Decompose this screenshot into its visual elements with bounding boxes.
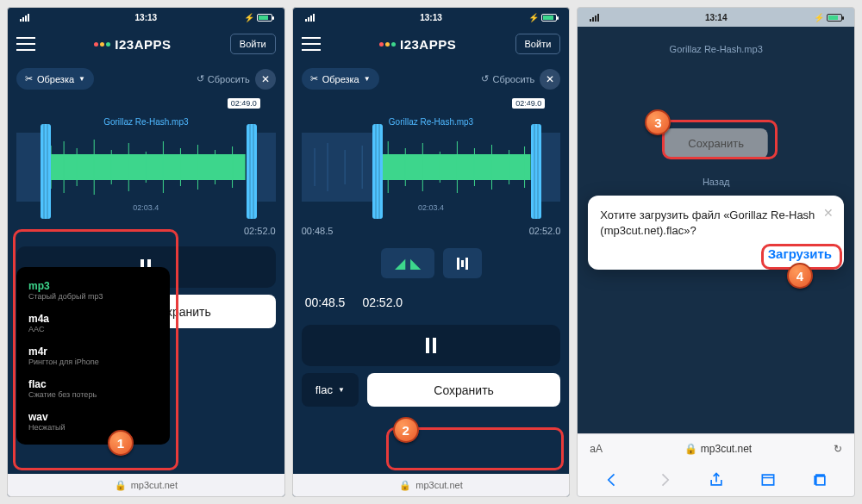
svg-rect-14 bbox=[379, 154, 530, 180]
end-time-marker: 02:49.0 bbox=[228, 98, 260, 109]
format-option-m4a[interactable]: m4aAAC bbox=[16, 307, 170, 339]
waveform-area[interactable]: 02:49.0 Gorillaz Re-Hash.mp3 02:03.4 02:… bbox=[16, 98, 276, 236]
annotation-callout-4: 4 bbox=[787, 263, 813, 289]
app-logo: I23APPS bbox=[94, 37, 171, 52]
app-header: I23APPS Войти bbox=[293, 27, 570, 61]
lock-icon: 🔒 bbox=[684, 443, 697, 455]
ios-status-bar: 13:13 ⚡ bbox=[8, 8, 284, 27]
screenshot-panel-1: 13:13 ⚡ I23APPS Войти ✂ Обрезка ▼ ↺ Сбро… bbox=[7, 7, 285, 497]
equalizer-icon bbox=[457, 258, 468, 270]
annotation-callout-2: 2 bbox=[393, 417, 419, 443]
safari-toolbar: aA 🔒mp3cut.net ↻ bbox=[578, 433, 854, 496]
screenshot-panel-2: 13:13 ⚡ I23APPS Войти ✂ Обрезка ▼ ↺ Сбро… bbox=[292, 7, 571, 497]
dialog-download-button[interactable]: Загрузить bbox=[600, 246, 832, 261]
time-end-value[interactable]: 02:52.0 bbox=[362, 296, 403, 309]
trim-tool-button[interactable]: ✂ Обрезка ▼ bbox=[16, 68, 94, 90]
signal-icon bbox=[590, 14, 599, 22]
charge-icon: ⚡ bbox=[814, 13, 824, 22]
close-icon[interactable]: ✕ bbox=[255, 69, 276, 90]
menu-icon[interactable] bbox=[302, 37, 321, 51]
text-size-button[interactable]: aA bbox=[590, 443, 603, 455]
total-time-label: 02:52.0 bbox=[529, 226, 561, 236]
menu-icon[interactable] bbox=[16, 37, 35, 51]
charge-icon: ⚡ bbox=[244, 13, 254, 22]
lock-icon: 🔒 bbox=[115, 480, 127, 491]
back-icon[interactable] bbox=[603, 471, 621, 488]
save-disabled-button[interactable]: Сохранить bbox=[664, 128, 768, 159]
waveform-area[interactable]: 02:49.0 Gorillaz Re-Hash.mp3 02:03.4 00:… bbox=[302, 98, 561, 236]
annotation-callout-1: 1 bbox=[108, 430, 134, 456]
total-time-label: 02:52.0 bbox=[244, 226, 276, 236]
address-bar[interactable]: 🔒mp3cut.net bbox=[684, 443, 752, 455]
mid-time-label: 02:03.4 bbox=[302, 203, 561, 212]
app-header: I23APPS Войти bbox=[8, 27, 284, 61]
effect-controls: ◢◣ bbox=[302, 248, 561, 278]
status-time: 13:13 bbox=[135, 13, 158, 22]
editor-toolbar: ✂ Обрезка ▼ ↺ Сбросить ✕ bbox=[8, 61, 284, 93]
forward-icon[interactable] bbox=[656, 471, 673, 488]
signal-icon bbox=[305, 14, 315, 22]
reset-button[interactable]: ↺ Сбросить bbox=[197, 73, 250, 84]
time-range-row: 00:48.5 02:52.0 bbox=[302, 290, 561, 314]
end-time-marker: 02:49.0 bbox=[512, 98, 545, 109]
signal-icon bbox=[20, 14, 29, 22]
reset-button[interactable]: ↺ Сбросить bbox=[481, 73, 534, 84]
dialog-close-icon[interactable]: ✕ bbox=[823, 206, 834, 220]
ios-status-bar: 13:13 ⚡ bbox=[293, 8, 570, 27]
time-start-value[interactable]: 00:48.5 bbox=[305, 296, 346, 309]
lock-icon: 🔒 bbox=[399, 480, 411, 491]
back-label[interactable]: Назад bbox=[703, 177, 730, 187]
fade-button[interactable]: ◢◣ bbox=[381, 248, 434, 278]
audio-filename: Gorillaz Re-Hash.mp3 bbox=[389, 117, 473, 127]
format-select-button[interactable]: flac ▼ bbox=[302, 373, 359, 407]
editor-toolbar: ✂ Обрезка ▼ ↺ Сбросить ✕ bbox=[293, 61, 570, 93]
audio-filename: Gorillaz Re-Hash.mp3 bbox=[103, 117, 188, 127]
ios-status-bar: 13:14 ⚡ bbox=[578, 8, 854, 27]
waveform-graphic bbox=[302, 133, 561, 202]
dialog-message: Хотите загрузить файл «Gorillaz Re-Hash … bbox=[600, 208, 832, 238]
format-option-m4r[interactable]: m4rРингтон для iPhone bbox=[16, 339, 170, 372]
save-button[interactable]: Сохранить bbox=[367, 373, 561, 407]
battery-icon bbox=[257, 14, 272, 22]
download-dialog: ✕ Хотите загрузить файл «Gorillaz Re-Has… bbox=[588, 196, 844, 270]
format-option-mp3[interactable]: mp3Старый добрый mp3 bbox=[16, 274, 170, 307]
mid-time-label: 02:03.4 bbox=[16, 203, 276, 212]
format-option-wav[interactable]: wavНесжатый bbox=[16, 405, 170, 438]
fade-in-icon: ◢ bbox=[395, 255, 405, 271]
play-pause-bar[interactable] bbox=[302, 325, 561, 366]
equalizer-button[interactable] bbox=[443, 248, 482, 278]
reload-icon[interactable]: ↻ bbox=[834, 443, 842, 455]
pause-icon bbox=[426, 338, 436, 353]
safari-mini-bar: 🔒mp3cut.net bbox=[293, 474, 570, 496]
waveform-graphic bbox=[16, 133, 276, 202]
status-time: 13:13 bbox=[420, 13, 442, 22]
status-time: 13:14 bbox=[705, 13, 728, 22]
sheet-filename: Gorillaz Re-Hash.mp3 bbox=[670, 44, 763, 54]
format-option-flac[interactable]: flacСжатие без потерь bbox=[16, 372, 170, 405]
share-icon[interactable] bbox=[708, 471, 725, 488]
screenshot-panel-3: 13:14 ⚡ Gorillaz Re-Hash.mp3 Сохранить Н… bbox=[577, 7, 855, 497]
tabs-icon[interactable] bbox=[811, 471, 828, 488]
fade-out-icon: ◣ bbox=[410, 255, 421, 271]
svg-rect-28 bbox=[816, 476, 825, 485]
signin-button[interactable]: Войти bbox=[515, 34, 561, 54]
app-logo: I23APPS bbox=[379, 37, 456, 52]
charge-icon: ⚡ bbox=[528, 13, 539, 22]
trim-tool-button[interactable]: ✂ Обрезка ▼ bbox=[302, 68, 379, 90]
format-dropdown-menu[interactable]: mp3Старый добрый mp3 m4aAAC m4rРингтон д… bbox=[16, 267, 170, 445]
start-time-label: 00:48.5 bbox=[302, 226, 334, 236]
safari-mini-bar: 🔒mp3cut.net bbox=[8, 474, 284, 496]
bookmarks-icon[interactable] bbox=[759, 471, 777, 488]
close-icon[interactable]: ✕ bbox=[540, 69, 560, 90]
signin-button[interactable]: Войти bbox=[230, 34, 276, 54]
battery-icon bbox=[541, 14, 557, 22]
battery-icon bbox=[827, 14, 842, 22]
svg-rect-13 bbox=[302, 133, 375, 202]
